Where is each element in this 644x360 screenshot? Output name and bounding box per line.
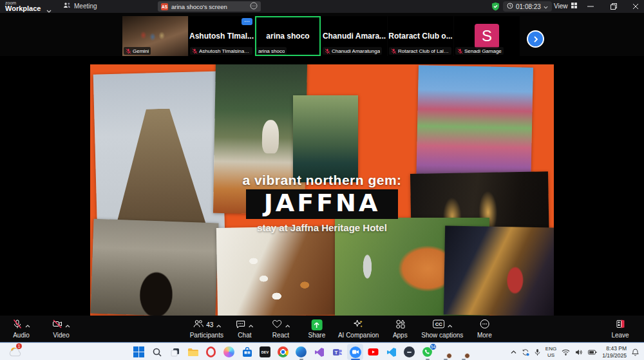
meeting-people-icon [63,2,71,10]
clock-date[interactable]: 8:43 PM 1/19/2025 [602,345,627,358]
taskbar-ms-store[interactable] [239,344,255,360]
chat-button[interactable]: Chat [230,316,260,342]
leave-button[interactable]: Leave [605,316,635,342]
video-button[interactable]: Video [46,316,76,342]
shared-screen-area: a vibrant northern gem: JAFFNA stay at J… [0,56,644,316]
windows-start-icon [133,346,145,358]
taskbar-dev-home[interactable]: DEV [257,344,273,360]
taskbar-task-view[interactable] [167,344,183,360]
participant-tile-chanudi-amaratunga[interactable]: Chanudi Amara...Chanudi Amaratunga [321,16,387,56]
taskbar-opera[interactable] [203,344,219,360]
security-shield-icon[interactable] [491,2,500,14]
participant-tile-arina-shoco[interactable]: arina shocoarina shoco [255,16,321,56]
chevron-up-icon [25,320,30,330]
taskbar-visual-studio[interactable] [311,344,327,360]
taskbar-chrome[interactable] [275,344,291,360]
tray-date: 1/19/2025 [602,352,627,359]
taskbar-whatsapp[interactable]: 54 [419,344,435,360]
tray-chevron-up-icon[interactable] [511,350,516,354]
grid-view-icon [571,2,578,10]
vscode-icon [386,347,397,357]
share-button[interactable]: Share [302,316,332,342]
audio-label: Audio [13,332,30,339]
window-minimize-button[interactable] [586,3,595,10]
heart-icon [271,319,282,330]
apps-button[interactable]: Apps [385,316,415,342]
react-label: React [272,332,289,339]
camera-muted-icon [52,319,62,331]
language-indicator[interactable]: ENG US [545,346,556,357]
participant-label-text: arina shoco [258,48,285,54]
participant-label-text: Chanudi Amaratunga [332,48,380,54]
collage-heading: a vibrant northern gem: [90,173,554,188]
chevron-up-icon [65,320,70,330]
ai-companion-button[interactable]: AI Companion [338,316,379,342]
language-line1: ENG [545,346,556,352]
taskbar-edge[interactable] [293,344,309,360]
participant-options-button[interactable]: ⋯ [242,18,252,25]
chevron-up-icon [447,320,452,330]
collage-title: JAFFNA [264,191,381,215]
participants-button[interactable]: 43Participants [190,316,223,342]
dev-icon: DEV [260,346,270,357]
windows-taskbar: 1 DEVT54 ENG US 8:43 PM 1/19/2025 [0,343,644,360]
meeting-timer[interactable]: 01:08:23 [503,1,552,12]
wifi-icon[interactable] [562,349,570,355]
taskbar-zoom[interactable] [347,344,363,360]
taskbar-weather-widget[interactable]: 1 [8,345,27,359]
tray-microphone-icon[interactable] [535,348,540,356]
audio-button[interactable]: Audio [6,316,36,342]
opera-icon [205,346,216,357]
cc-icon: CC [432,319,444,330]
notification-bell-icon[interactable] [632,348,639,356]
more-button[interactable]: More [469,316,499,342]
taskbar-chrome-profile-2[interactable] [455,344,471,360]
show-captions-button[interactable]: CCShow captions [421,316,463,342]
taskbar-vscode[interactable] [383,344,399,360]
view-label: View [554,3,568,10]
muted-mic-icon [325,45,330,57]
volume-icon[interactable] [575,349,583,355]
taskbar-copilot[interactable] [221,344,237,360]
next-participants-button[interactable] [527,30,544,48]
react-button[interactable]: React [266,316,296,342]
battery-icon[interactable] [588,350,597,355]
taskbar-search[interactable] [149,344,165,360]
taskbar-start[interactable] [131,344,147,360]
taskbar-chrome-profile-1[interactable] [437,344,453,360]
chevron-up-icon [285,320,290,330]
participant-tile-senadi-gamage[interactable]: SSenadi Gamage [454,16,520,56]
participant-tile-rotaract-club[interactable]: Rotaract Club o...Rotaract Club of Lalit… [388,16,453,56]
photo-stone-arch-ruin [90,219,218,316]
participant-tile-gemini[interactable]: Gemini [122,16,188,56]
muted-mic-icon [391,45,397,57]
participant-label-text: Gemini [133,48,149,54]
window-maximize-button[interactable] [609,3,618,10]
tab-options-icon[interactable] [250,2,258,11]
mic-muted-icon [12,319,23,331]
taskbar-dark-app[interactable] [401,344,417,360]
muted-mic-icon [457,45,463,57]
view-button[interactable]: View [554,2,578,10]
collage-subtitle: stay at Jaffna Heritage Hotel [90,222,554,233]
badge: 54 [430,343,437,350]
tab-meeting[interactable]: Meeting [63,2,97,10]
participant-tile-ashutosh-timalsina[interactable]: Ashutosh TImal...⋯Ashutosh TImalsina RA.… [189,16,254,56]
taskbar-teams[interactable]: T [329,344,345,360]
tab-screen-share[interactable]: AS arina shoco's screen [158,1,261,12]
system-tray: ENG US 8:43 PM 1/19/2025 [511,343,639,360]
window-close-button[interactable] [631,3,640,10]
taskbar-file-explorer[interactable] [185,344,201,360]
svg-text:T: T [334,350,337,355]
tab-avatar: AS [161,3,168,10]
apps-label: Apps [393,332,408,339]
zoom-toolbar: AudioVideo 43ParticipantsChatReactShareA… [0,316,644,342]
react-icon-row [271,319,290,330]
collage-title-box: JAFFNA [246,189,399,219]
sync-icon[interactable] [522,348,529,356]
toolbar-right-group: Leave [605,316,635,342]
tray-time: 8:43 PM [606,345,627,352]
taskbar-youtube[interactable] [365,344,381,360]
video-strip: GeminiAshutosh TImal...⋯Ashutosh TImalsi… [0,13,644,56]
ellipsis-circle-icon [479,319,489,331]
